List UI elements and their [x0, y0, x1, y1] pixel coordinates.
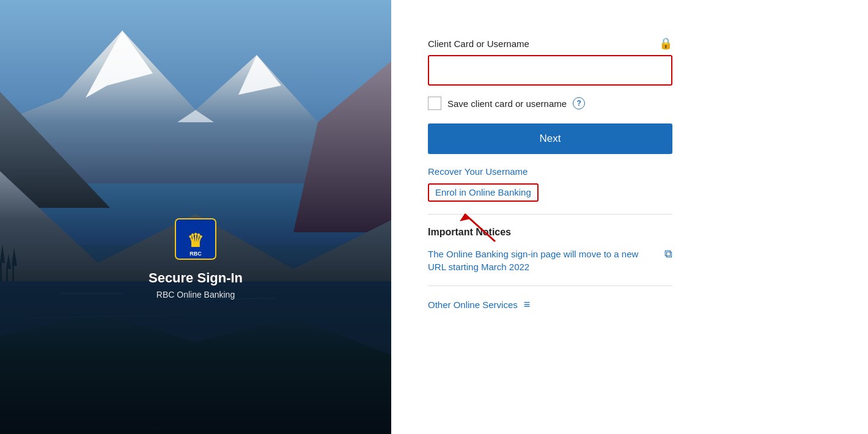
save-row: Save client card or username ? [428, 97, 672, 110]
client-card-input[interactable] [428, 55, 672, 86]
recover-username-link[interactable]: Recover Your Username [428, 166, 528, 177]
lock-icon: 🔒 [659, 37, 672, 50]
form-section: Client Card or Username 🔒 Save client ca… [428, 37, 672, 311]
menu-icon[interactable]: ≡ [524, 298, 531, 311]
other-online-services-link[interactable]: Other Online Services [428, 300, 518, 310]
save-checkbox[interactable] [428, 97, 441, 110]
enrol-link-row: Enrol in Online Banking [428, 183, 672, 202]
field-label-row: Client Card or Username 🔒 [428, 37, 672, 50]
copy-icon[interactable]: ⧉ [664, 248, 672, 260]
save-label: Save client card or username [447, 98, 567, 109]
left-panel: ♛ RBC Secure Sign-In RBC Online Banking [0, 0, 391, 434]
notice-row: The Online Banking sign-in page will mov… [428, 248, 672, 273]
annotation-container: Enrol in Online Banking [428, 183, 672, 202]
other-services-row: Other Online Services ≡ [428, 298, 672, 311]
help-icon[interactable]: ? [573, 97, 585, 109]
enrol-box: Enrol in Online Banking [428, 183, 539, 202]
rbc-online-banking-label: RBC Online Banking [149, 290, 243, 300]
rbc-branding: ♛ RBC Secure Sign-In RBC Online Banking [149, 218, 243, 300]
notice-link[interactable]: The Online Banking sign-in page will mov… [428, 248, 658, 273]
enrol-online-banking-link[interactable]: Enrol in Online Banking [435, 187, 531, 197]
svg-marker-24 [460, 214, 471, 221]
recover-link-row: Recover Your Username [428, 166, 672, 177]
divider-2 [428, 285, 672, 286]
next-button[interactable]: Next [428, 123, 672, 154]
svg-text:♛: ♛ [187, 230, 204, 251]
annotation-arrow [452, 208, 501, 245]
right-panel: Client Card or Username 🔒 Save client ca… [391, 0, 868, 434]
rbc-secure-signin-title: Secure Sign-In [149, 270, 243, 286]
client-card-label: Client Card or Username [428, 39, 529, 49]
svg-text:RBC: RBC [189, 251, 202, 257]
